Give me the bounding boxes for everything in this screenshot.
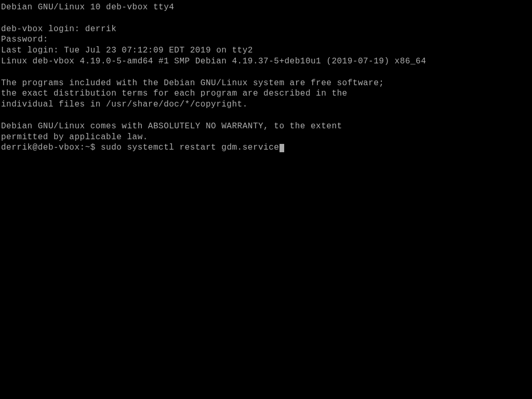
kernel-line: Linux deb-vbox 4.19.0-5-amd64 #1 SMP Deb…: [1, 56, 531, 67]
motd-line-4: Debian GNU/Linux comes with ABSOLUTELY N…: [1, 121, 531, 132]
password-line: Password:: [1, 34, 531, 45]
blank-line: [1, 13, 531, 24]
banner-line: Debian GNU/Linux 10 deb-vbox tty4: [1, 2, 531, 13]
cursor-icon: [280, 144, 284, 152]
shell-prompt-line[interactable]: derrik@deb-vbox:~$ sudo systemctl restar…: [1, 142, 531, 153]
login-prompt-text: deb-vbox login:: [1, 24, 85, 34]
blank-line: [1, 110, 531, 121]
username-text: derrik: [85, 24, 117, 34]
shell-prompt-text: derrik@deb-vbox:~$: [1, 143, 101, 152]
motd-line-5: permitted by applicable law.: [1, 132, 531, 143]
blank-line: [1, 67, 531, 78]
terminal-output: Debian GNU/Linux 10 deb-vbox tty4 deb-vb…: [1, 2, 531, 153]
login-line: deb-vbox login: derrik: [1, 24, 531, 35]
motd-line-3: individual files in /usr/share/doc/*/cop…: [1, 99, 531, 110]
motd-line-1: The programs included with the Debian GN…: [1, 78, 531, 89]
motd-line-2: the exact distribution terms for each pr…: [1, 88, 531, 99]
last-login-line: Last login: Tue Jul 23 07:12:09 EDT 2019…: [1, 45, 531, 56]
command-text[interactable]: sudo systemctl restart gdm.service: [101, 143, 279, 152]
